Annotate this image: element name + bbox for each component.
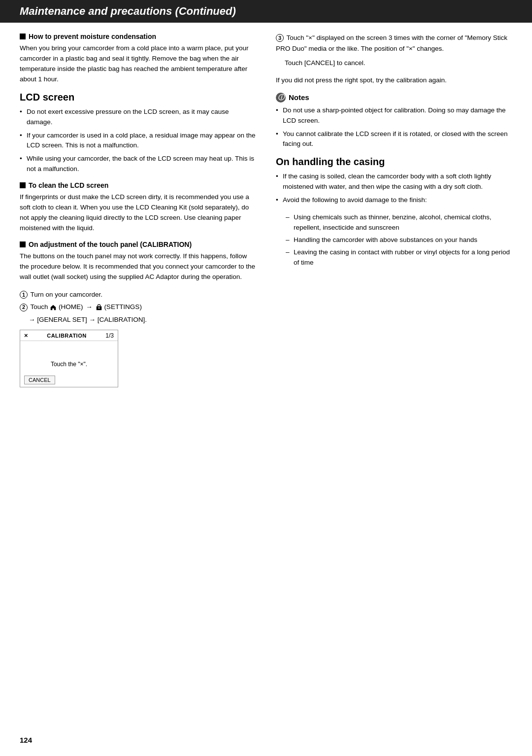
settings-icon bbox=[96, 304, 102, 311]
notes-heading-label: Notes bbox=[289, 93, 309, 102]
lcd-screen-title: LCD screen bbox=[20, 92, 256, 103]
moisture-heading: How to prevent moisture condensation bbox=[29, 33, 156, 40]
to-clean-body: If fingerprints or dust make the LCD scr… bbox=[20, 192, 256, 234]
lcd-bullet-1: Do not exert excessive pressure on the L… bbox=[20, 107, 256, 128]
to-clean-section: To clean the LCD screen If fingerprints … bbox=[20, 181, 256, 234]
handling-bullet-2: Avoid the following to avoid damage to t… bbox=[276, 195, 512, 206]
notes-heading: ⓘ Notes bbox=[276, 93, 512, 103]
step3-line: 3 Touch "×" displayed on the screen 3 ti… bbox=[276, 33, 512, 54]
header-title: Maintenance and precautions (Continued) bbox=[20, 5, 236, 17]
step3-circle: 3 bbox=[276, 34, 284, 42]
handling-dash-list: Using chemicals such as thinner, benzine… bbox=[286, 212, 512, 268]
calibration-screenshot-box: × CALIBRATION 1/3 Touch the "×". CANCEL bbox=[20, 330, 118, 387]
calibration-box-number: 1/3 bbox=[105, 332, 114, 339]
handling-title: On handling the casing bbox=[276, 156, 512, 168]
calibration-box-title: CALIBRATION bbox=[47, 333, 86, 339]
notes-bullet-1: Do not use a sharp-pointed object for ca… bbox=[276, 105, 512, 126]
calibration-cancel-button[interactable]: CANCEL bbox=[24, 376, 55, 384]
notes-bullets: Do not use a sharp-pointed object for ca… bbox=[276, 105, 512, 150]
handling-section: On handling the casing If the casing is … bbox=[276, 156, 512, 268]
handling-bullets: If the casing is soiled, clean the camco… bbox=[276, 172, 512, 206]
moisture-heading-icon bbox=[20, 34, 26, 39]
calibration-body: The buttons on the touch panel may not w… bbox=[20, 251, 256, 282]
calibration-box-footer: CANCEL bbox=[20, 376, 118, 387]
notes-icon: ⓘ bbox=[276, 93, 286, 103]
calibration-x-button[interactable]: × bbox=[24, 332, 28, 339]
calibration-note: If you did not press the right spot, try… bbox=[276, 75, 512, 86]
lcd-screen-bullets: Do not exert excessive pressure on the L… bbox=[20, 107, 256, 175]
page-header: Maintenance and precautions (Continued) bbox=[0, 0, 532, 23]
handling-dash-3: Leaving the casing in contact with rubbe… bbox=[286, 247, 512, 268]
moisture-section: How to prevent moisture condensation Whe… bbox=[20, 33, 256, 85]
handling-dash-2: Handling the camcorder with above substa… bbox=[286, 235, 512, 245]
notes-section: ⓘ Notes Do not use a sharp-pointed objec… bbox=[276, 93, 512, 150]
calibration-section: On adjustment of the touch panel (CALIBR… bbox=[20, 241, 256, 388]
to-clean-heading-icon bbox=[20, 182, 26, 188]
page-number: 124 bbox=[20, 736, 32, 744]
calibration-step1: 1 Turn on your camcorder. bbox=[20, 289, 256, 300]
calibration-heading-icon bbox=[20, 241, 26, 247]
right-column: 3 Touch "×" displayed on the screen 3 ti… bbox=[271, 33, 512, 395]
to-clean-heading: To clean the LCD screen bbox=[29, 181, 108, 189]
calibration-box-body: Touch the "×". bbox=[20, 341, 118, 376]
home-icon bbox=[50, 304, 57, 311]
lcd-bullet-3: While using your camcorder, the back of … bbox=[20, 154, 256, 174]
step3-text: Touch "×" displayed on the screen 3 time… bbox=[276, 34, 507, 52]
calibration-step2-rest: → [GENERAL SET] → [CALIBRATION]. bbox=[20, 314, 256, 325]
handling-bullet-1: If the casing is soiled, clean the camco… bbox=[276, 172, 512, 192]
moisture-body: When you bring your camcorder from a col… bbox=[20, 43, 256, 85]
handling-dash-1: Using chemicals such as thinner, benzine… bbox=[286, 212, 512, 233]
left-column: How to prevent moisture condensation Whe… bbox=[20, 33, 271, 395]
svg-rect-1 bbox=[98, 308, 100, 309]
step1-circle: 1 bbox=[20, 291, 28, 299]
calibration-box-header: × CALIBRATION 1/3 bbox=[20, 330, 118, 341]
lcd-screen-section: LCD screen Do not exert excessive pressu… bbox=[20, 92, 256, 175]
notes-bullet-2: You cannot calibrate the LCD screen if i… bbox=[276, 129, 512, 150]
lcd-bullet-2: If your camcorder is used in a cold plac… bbox=[20, 131, 256, 151]
calibration-touch-text: Touch the "×". bbox=[51, 361, 87, 368]
step3-sub: Touch [CANCEL] to cancel. bbox=[276, 58, 512, 69]
step2-circle: 2 bbox=[20, 304, 28, 311]
calibration-step2: 2 Touch (HOME) → (SETTINGS) bbox=[20, 302, 256, 312]
calibration-heading: On adjustment of the touch panel (CALIBR… bbox=[29, 241, 192, 248]
